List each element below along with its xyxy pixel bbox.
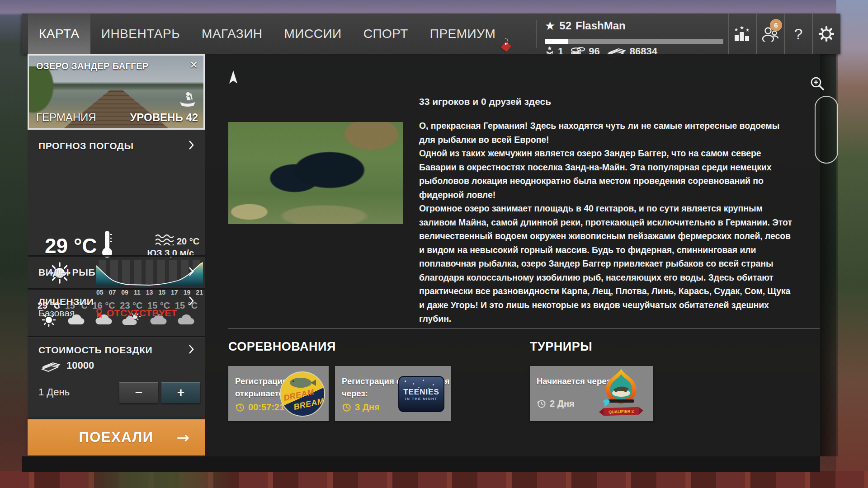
trip-cost-value: 10000 [66, 360, 94, 371]
lake-aerial-photo [228, 122, 403, 224]
boat-icon [178, 91, 197, 107]
close-icon[interactable]: ✕ [190, 59, 198, 70]
friends-button[interactable]: 6 [756, 14, 784, 54]
location-country: ГЕРМАНИЯ [36, 111, 96, 124]
gear-icon [818, 25, 835, 42]
competition-card[interactable]: Регистрация открывается через: 3 Дня TEE… [335, 366, 451, 421]
leaderboard-button[interactable]: ★ ★ ★ [728, 14, 756, 54]
divider [28, 336, 205, 337]
zoom-slider[interactable] [815, 96, 838, 164]
trip-days-value: 1 День [38, 386, 70, 398]
tab-inventory-label: ИНВЕНТАРЬ [101, 27, 180, 41]
logo-ribbon-text: QUALIFIER 2 [609, 409, 634, 414]
background-world-bottom [0, 471, 868, 488]
game-window: КАРТА ИНВЕНТАРЬ МАГАЗИН МИССИИ СПОРТ ПРЕ… [0, 0, 868, 488]
nav-tabs: КАРТА ИНВЕНТАРЬ МАГАЗИН МИССИИ СПОРТ ПРЕ… [28, 14, 506, 54]
fish-species-chevron[interactable] [189, 267, 194, 276]
tournament-card[interactable]: Начинается через: 2 Дня [530, 366, 653, 421]
description-paragraph: Огромное озеро занимает площадь в 40 гек… [419, 202, 796, 326]
help-icon: ? [794, 25, 803, 43]
top-navigation-bar: КАРТА ИНВЕНТАРЬ МАГАЗИН МИССИИ СПОРТ ПРЕ… [22, 14, 840, 54]
tab-missions[interactable]: МИССИИ [274, 14, 353, 54]
location-level: УРОВЕНЬ 42 [130, 111, 198, 124]
topbar-icon-buttons: ★ ★ ★ [728, 14, 840, 54]
tab-map-label: КАРТА [39, 27, 80, 41]
tab-shop[interactable]: МАГАЗИН [191, 14, 273, 54]
license-status: ОТСУТСТВУЕТ [107, 308, 177, 319]
logo-text: IN THE NIGHT [405, 397, 437, 401]
tournament-timer: 2 Дня [550, 399, 575, 409]
trip-cost-chevron[interactable] [189, 345, 194, 354]
zoom-in-icon[interactable] [809, 75, 826, 92]
svg-text:★: ★ [734, 27, 738, 32]
location-details-panel: 33 игроков и 0 друзей здесь О, прекрасна… [205, 54, 820, 456]
water-waves-icon [155, 234, 174, 245]
svg-text:★: ★ [745, 28, 750, 33]
location-card: ОЗЕРО ЗАНДЕР БАГГЕР ✕ ГЕРМАНИЯ УРОВЕНЬ 4… [28, 54, 205, 130]
xp-fill [545, 39, 568, 44]
trip-cost-section: СТОИМОСТЬ ПОЕЗДКИ 10000 1 День − + [28, 336, 205, 419]
weather-section: ПРОГНОЗ ПОГОДЫ 29 °C 20 °C ЮЗ 3,0 м/с [28, 130, 205, 255]
license-name: Базовая [38, 308, 92, 319]
divider [28, 288, 205, 290]
settings-button[interactable] [812, 14, 840, 54]
description-paragraph: Одной из таких жемчужин является озеро З… [419, 146, 796, 202]
tab-map[interactable]: КАРТА [28, 14, 90, 54]
divider [28, 255, 205, 257]
help-button[interactable]: ? [784, 14, 812, 54]
weather-chevron[interactable] [189, 141, 194, 150]
current-temp: 29 °C [45, 234, 97, 258]
licenses-section[interactable]: ЛИЦЕНЗИИ Базовая ОТСУТСТВУЕТ [28, 288, 205, 336]
competitions-title: СОРЕВНОВАНИЯ [228, 340, 336, 354]
logo-stars [405, 380, 406, 382]
licenses-title: ЛИЦЕНЗИИ [38, 296, 94, 307]
timer-clock-icon [235, 403, 245, 412]
competition-timer: 00:57:21 [248, 402, 284, 413]
timer-clock-icon [537, 399, 546, 408]
fish-species-section[interactable]: ВИДЫ РЫБ [28, 255, 205, 288]
teenies-logo: TEENIES IN THE NIGHT [398, 376, 444, 412]
tournaments-title: ТУРНИРЫ [530, 340, 592, 354]
licenses-chevron[interactable] [189, 296, 194, 305]
tab-shop-label: МАГАЗИН [202, 27, 262, 41]
player-info[interactable]: ★ 52 FlashMan 1 [545, 14, 723, 54]
bottom-bar [22, 456, 820, 472]
competition-timer: 3 Дня [355, 402, 380, 413]
competition-card[interactable]: Регистрация открывается через: 00:57:21 … [228, 366, 329, 421]
player-level: 52 [559, 19, 571, 32]
plus-icon: + [177, 385, 184, 400]
dream-bream-logo: DREAM BREAM [280, 371, 325, 417]
location-description: О, прекрасная Германия! Здесь находятся … [419, 119, 796, 326]
content-divider [228, 328, 820, 329]
logo-text: TEENIES [403, 388, 439, 397]
timer-clock-icon [342, 403, 351, 412]
arrow-right-icon: → [177, 428, 190, 446]
sale-tag-icon [501, 42, 512, 52]
xp-progressbar [545, 39, 723, 44]
svg-text:★: ★ [740, 26, 744, 31]
background-world-right [836, 0, 868, 488]
level-star-icon: ★ [545, 19, 555, 33]
water-temp: 20 °C [177, 236, 199, 247]
player-name: FlashMan [576, 19, 626, 32]
north-arrow-icon [228, 70, 238, 85]
thermometer-icon [101, 230, 113, 259]
location-photo-reeds [28, 66, 56, 116]
location-sidebar: ОЗЕРО ЗАНДЕР БАГГЕР ✕ ГЕРМАНИЯ УРОВЕНЬ 4… [28, 54, 205, 455]
cash-icon [41, 359, 61, 372]
license-row: Базовая ОТСУТСТВУЕТ [38, 308, 177, 319]
license-missing-icon [95, 308, 103, 319]
days-minus-button[interactable]: − [119, 382, 158, 403]
go-button[interactable]: ПОЕХАЛИ → [28, 419, 205, 455]
tab-inventory[interactable]: ИНВЕНТАРЬ [90, 14, 191, 54]
trip-cost-row: 10000 [41, 359, 94, 372]
tab-sport-label: СПОРТ [363, 27, 408, 41]
tab-missions-label: МИССИИ [284, 27, 342, 41]
leaderboard-icon: ★ ★ ★ [734, 26, 751, 42]
go-button-label: ПОЕХАЛИ [79, 429, 153, 446]
friends-badge: 6 [770, 19, 782, 31]
tab-sport[interactable]: СПОРТ [353, 14, 419, 54]
fish-species-title: ВИДЫ РЫБ [38, 267, 95, 278]
days-plus-button[interactable]: + [161, 382, 200, 403]
tab-premium[interactable]: ПРЕМИУМ [419, 14, 507, 54]
